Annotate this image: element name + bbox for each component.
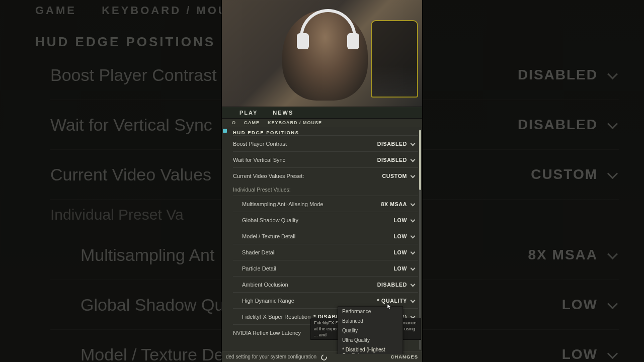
subtab-kbm[interactable]: KEYBOARD / MOUSE: [268, 120, 322, 125]
setting-label: Shader Detail: [242, 249, 276, 255]
video-settings-panel: HUD EDGE POSITIONS Boost Player Contrast…: [222, 127, 422, 354]
setting-value-dropdown[interactable]: LOW: [393, 233, 415, 239]
setting-shader-detail[interactable]: Shader Detail LOW: [233, 244, 418, 260]
setting-label: NVIDIA Reflex Low Latency: [233, 330, 301, 336]
reset-icon[interactable]: [320, 354, 327, 360]
chevron-down-icon: [410, 173, 415, 178]
setting-value-dropdown[interactable]: LOW: [393, 265, 415, 272]
gaming-chair: [371, 20, 418, 98]
chevron-down-icon: [607, 348, 619, 360]
chevron-down-icon: [410, 218, 415, 223]
chevron-down-icon: [607, 299, 619, 311]
chevron-down-icon: [410, 202, 415, 207]
webcam-overlay: [222, 0, 422, 107]
chevron-down-icon: [607, 249, 619, 261]
subtab-game[interactable]: GAME: [244, 120, 260, 125]
bg-tab-game: GAME: [35, 4, 76, 17]
vertical-video-column: PLAY NEWS O GAME KEYBOARD / MOUSE HUD ED…: [222, 0, 422, 362]
headset-icon: [300, 9, 356, 40]
setting-value-dropdown[interactable]: 8X MSAA: [381, 201, 415, 207]
setting-label: Model / Texture Detail: [242, 233, 295, 239]
setting-label: Global Shadow Quality: [242, 217, 298, 223]
setting-value-dropdown[interactable]: LOW: [393, 217, 415, 223]
setting-video-values-preset[interactable]: Current Video Values Preset: CUSTOM: [233, 167, 418, 184]
fsr-option-disabled[interactable]: * Disabled (Highest Quality): [338, 345, 403, 354]
bg-row-label: Model / Texture De: [80, 345, 224, 363]
apply-changes-button[interactable]: CHANGES: [390, 354, 418, 359]
bg-row-value: DISABLED: [518, 117, 598, 133]
setting-label: Ambient Occlusion: [242, 282, 288, 288]
chevron-down-icon: [410, 234, 415, 239]
setting-msaa[interactable]: Multisampling Anti-Aliasing Mode 8X MSAA: [233, 196, 418, 212]
main-menu-bar: PLAY NEWS: [222, 107, 422, 119]
fsr-option-performance[interactable]: Performance: [338, 307, 403, 316]
chevron-down-icon: [607, 69, 619, 81]
setting-value-dropdown[interactable]: LOW: [393, 249, 415, 255]
setting-label: Wait for Vertical Sync: [233, 157, 285, 163]
subtab-other[interactable]: O: [232, 120, 236, 125]
setting-particle-detail[interactable]: Particle Detail LOW: [233, 260, 418, 276]
individual-preset-header: Individual Preset Values:: [233, 184, 418, 196]
hud-position-indicator[interactable]: [223, 129, 227, 133]
setting-label: Boost Player Contrast: [233, 141, 287, 147]
setting-wait-for-vsync[interactable]: Wait for Vertical Sync DISABLED: [233, 151, 418, 167]
setting-value-dropdown[interactable]: CUSTOM: [382, 173, 415, 179]
preset-values-note: Individual Preset Values:: [233, 187, 291, 193]
setting-value-dropdown[interactable]: DISABLED: [377, 157, 415, 163]
bg-row-value: DISABLED: [518, 67, 598, 83]
bg-row-label: Individual Preset Va: [50, 206, 184, 223]
setting-label: Current Video Values Preset:: [233, 173, 304, 179]
bg-row-value: CUSTOM: [531, 166, 598, 183]
chevron-down-icon: [607, 119, 619, 131]
fsr-option-ultra-quality[interactable]: Ultra Quality: [338, 335, 403, 345]
fsr-dropdown-list[interactable]: Performance Balanced Quality Ultra Quali…: [338, 306, 403, 354]
settings-subtabs: O GAME KEYBOARD / MOUSE: [222, 119, 422, 127]
menu-play[interactable]: PLAY: [239, 110, 258, 116]
mouse-cursor-icon: [387, 304, 392, 311]
recommended-hint: ded setting for your system configuratio…: [226, 354, 316, 359]
bg-row-value: LOW: [562, 346, 598, 362]
bg-row-label: Global Shadow Qu: [80, 295, 224, 315]
chevron-down-icon: [410, 141, 415, 146]
fsr-option-quality[interactable]: Quality: [338, 326, 403, 335]
bg-row-value: LOW: [562, 297, 598, 313]
setting-label: FidelityFX Super Resolution: [242, 314, 310, 320]
chevron-down-icon: [410, 250, 415, 255]
fsr-option-balanced[interactable]: Balanced: [338, 316, 403, 326]
setting-label: Particle Detail: [242, 265, 276, 272]
section-hud-edge-positions: HUD EDGE POSITIONS: [233, 130, 418, 135]
chevron-down-icon: [410, 266, 415, 271]
chevron-down-icon: [410, 157, 415, 162]
setting-value-dropdown[interactable]: DISABLED: [377, 282, 415, 288]
bg-section-title: HUD EDGE POSITIONS: [35, 34, 215, 50]
bg-row-label: Multisampling Ant: [80, 245, 214, 265]
setting-label: High Dynamic Range: [242, 298, 294, 304]
setting-value-dropdown[interactable]: * QUALITY: [377, 298, 415, 304]
chevron-down-icon: [410, 298, 415, 303]
setting-boost-player-contrast[interactable]: Boost Player Contrast DISABLED: [233, 135, 418, 151]
setting-ambient-occlusion[interactable]: Ambient Occlusion DISABLED: [233, 276, 418, 292]
bg-row-label: Boost Player Contrast: [50, 65, 217, 85]
setting-global-shadow[interactable]: Global Shadow Quality LOW: [233, 212, 418, 228]
setting-label: Multisampling Anti-Aliasing Mode: [242, 201, 323, 207]
setting-model-texture[interactable]: Model / Texture Detail LOW: [233, 228, 418, 244]
setting-value-dropdown[interactable]: DISABLED: [377, 141, 415, 147]
bg-row-value: 8X MSAA: [528, 247, 598, 263]
bg-row-label: Wait for Vertical Sync: [50, 115, 212, 135]
bg-row-label: Current Video Values: [50, 165, 211, 185]
menu-news[interactable]: NEWS: [273, 110, 293, 116]
chevron-down-icon: [410, 282, 415, 287]
chevron-down-icon: [607, 168, 619, 180]
